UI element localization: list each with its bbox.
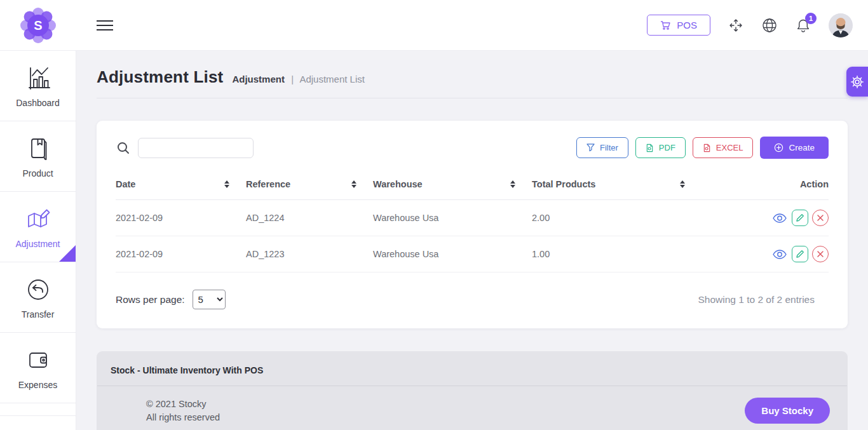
sidebar-item-transfer[interactable]: Transfer (0, 262, 76, 333)
cell-date: 2021-02-09 (116, 236, 246, 272)
sidebar-item-label: Dashboard (16, 98, 60, 108)
top-header: S POS (0, 0, 868, 51)
sidebar-item-adjustment[interactable]: Adjustment (0, 192, 76, 262)
book-icon (24, 135, 52, 163)
rows-per-page-select[interactable]: 5 (193, 290, 226, 309)
file-icon (646, 144, 654, 152)
cart-icon (660, 20, 671, 30)
edit-button[interactable] (792, 246, 808, 262)
cell-total-products: 1.00 (532, 236, 702, 272)
sidebar-item-label: Product (22, 168, 53, 178)
search-input[interactable] (138, 138, 254, 158)
pos-button[interactable]: POS (647, 15, 710, 36)
breadcrumb: Adjustment | Adjustment List (232, 74, 364, 84)
page-footer: Stock - Ultimate Inventory With POS © 20… (97, 351, 848, 430)
x-circle-icon (817, 214, 824, 222)
x-circle-icon (817, 250, 824, 258)
flower-s-icon: S (20, 8, 56, 43)
footer-title: Stock - Ultimate Inventory With POS (97, 351, 848, 386)
adjustments-table: Date Reference Warehouse Total Products (116, 179, 829, 272)
header-divider (97, 98, 848, 98)
cell-warehouse: Warehouse Usa (373, 236, 532, 272)
sidebar-item-dashboard[interactable]: Dashboard (0, 51, 76, 121)
sidebar-item-label: Expenses (18, 380, 57, 390)
sidebar-item-expenses[interactable]: Expenses (0, 333, 76, 403)
column-header-total-products[interactable]: Total Products (532, 179, 702, 200)
eye-icon (772, 213, 787, 223)
globe-icon (761, 17, 778, 34)
avatar-image (829, 13, 853, 37)
sidebar-item-product[interactable]: Product (0, 121, 76, 192)
svg-text:S: S (34, 18, 42, 32)
view-button[interactable] (771, 246, 788, 262)
pencil-square-icon (796, 213, 804, 222)
table-header-row: Date Reference Warehouse Total Products (116, 179, 829, 200)
table-row: 2021-02-09 AD_1224 Warehouse Usa 2.00 (116, 200, 829, 236)
hamburger-icon[interactable] (97, 17, 113, 34)
excel-export-button[interactable]: EXCEL (693, 137, 754, 158)
plus-circle-icon (774, 143, 783, 152)
breadcrumb-current: Adjustment List (299, 74, 365, 84)
showing-entries-text: Showing 1 to 2 of 2 entries (698, 294, 815, 306)
column-header-reference[interactable]: Reference (246, 179, 373, 200)
cell-total-products: 2.00 (532, 200, 702, 236)
map-edit-icon (24, 205, 52, 233)
app-logo[interactable]: S (0, 8, 76, 43)
magnifier-icon (116, 140, 131, 156)
create-button-label: Create (789, 143, 815, 152)
language-button[interactable] (761, 17, 778, 34)
sort-icon[interactable] (510, 180, 515, 188)
user-avatar[interactable] (829, 13, 853, 37)
cell-reference: AD_1224 (246, 200, 373, 236)
arrows-expand-icon (728, 18, 743, 33)
gear-icon (850, 75, 864, 89)
fullscreen-button[interactable] (728, 17, 744, 34)
view-button[interactable] (771, 210, 788, 226)
sidebar-nav: Dashboard Product Adjustment (0, 51, 76, 430)
sidebar-item-label: Transfer (22, 309, 55, 319)
breadcrumb-section[interactable]: Adjustment (232, 74, 285, 84)
filter-button[interactable]: Filter (576, 137, 628, 158)
settings-button[interactable] (846, 67, 868, 97)
notification-badge: 1 (805, 13, 817, 24)
bar-chart-icon (24, 64, 52, 92)
undo-arrow-icon (24, 276, 52, 304)
buy-stocky-button[interactable]: Buy Stocky (745, 398, 830, 424)
sort-icon[interactable] (680, 180, 685, 188)
delete-button[interactable] (812, 246, 829, 262)
page-title: Adjustment List (97, 67, 223, 87)
funnel-icon (587, 144, 595, 152)
eye-icon (772, 250, 787, 259)
pencil-square-icon (796, 250, 804, 259)
create-button[interactable]: Create (760, 137, 829, 159)
rights-text: All rights reserved (146, 411, 220, 424)
pdf-export-button[interactable]: PDF (635, 137, 686, 158)
edit-button[interactable] (792, 210, 808, 226)
column-header-warehouse[interactable]: Warehouse (373, 179, 532, 200)
wallet-icon (24, 346, 52, 374)
breadcrumb-separator: | (291, 74, 294, 84)
table-row: 2021-02-09 AD_1223 Warehouse Usa 1.00 (116, 236, 829, 272)
column-header-date[interactable]: Date (116, 179, 246, 200)
rows-per-page-label: Rows per page: (116, 294, 185, 306)
main-content: Adjustment List Adjustment | Adjustment … (76, 51, 868, 430)
sidebar-item-label: Adjustment (15, 239, 60, 249)
cell-warehouse: Warehouse Usa (373, 200, 532, 236)
file-icon (703, 144, 711, 152)
pos-button-label: POS (677, 20, 697, 30)
column-header-action: Action (702, 179, 829, 200)
sort-icon[interactable] (351, 180, 356, 188)
filter-button-label: Filter (600, 143, 618, 152)
cell-date: 2021-02-09 (116, 200, 246, 236)
sort-icon[interactable] (224, 180, 229, 188)
adjustment-list-card: Filter PDF (97, 121, 848, 328)
copyright-text: © 2021 Stocky (146, 398, 220, 411)
sidebar-spacer (0, 403, 76, 416)
cell-reference: AD_1223 (246, 236, 373, 272)
excel-button-label: EXCEL (716, 143, 743, 152)
notifications-button[interactable]: 1 (795, 17, 811, 34)
delete-button[interactable] (812, 210, 829, 226)
pdf-button-label: PDF (659, 143, 675, 152)
